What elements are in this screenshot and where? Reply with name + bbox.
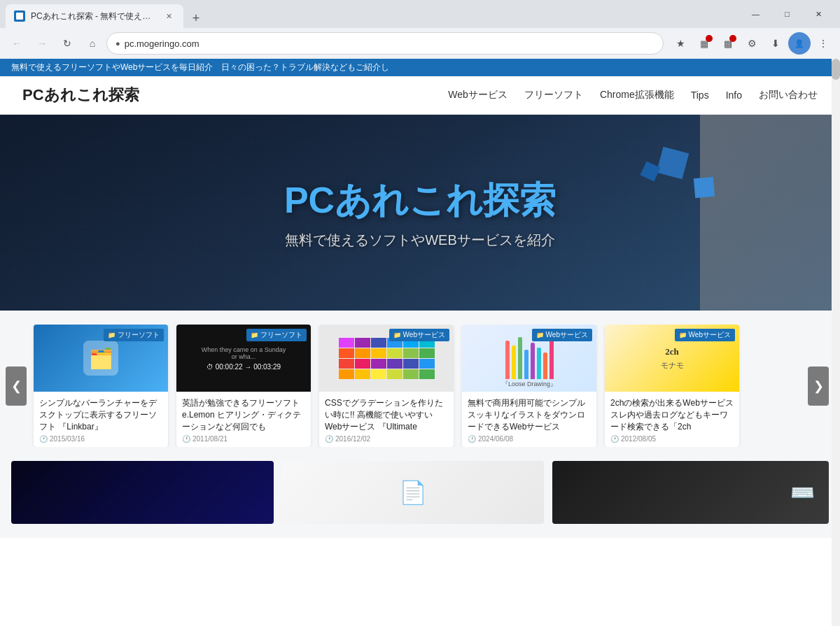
bottom-cards-row: 📄 ⌨️ [0,461,840,538]
extension-icon-2[interactable]: ▩ [717,32,739,55]
card-date-5: 🕐2012/08/05 [610,435,734,443]
card-title-3: CSSでグラデーションを作りたい時に!! 高機能で使いやすいWebサービス 『U… [325,397,448,432]
card-title-2: 英語が勉強できるフリーソフト e.Lemon ヒアリング・ディクテーションなど何… [182,397,305,432]
hero-subtitle: 無料で使えるソフトやWEBサービスを紹介 [284,231,556,250]
cards-container: 🗂️ 📁 フリーソフト シンプルなバーランチャーをデスクトップに表示するフリーソ… [11,325,829,447]
card-date-4: 🕐2024/06/08 [468,435,591,443]
browser-window: PCあれこれ探索 - 無料で使えるフリ... ✕ + — □ ✕ ← → ↻ ⌂… [0,0,840,626]
close-button[interactable]: ✕ [803,3,834,24]
hero-banner: PCあれこれ探索 無料で使えるソフトやWEBサービスを紹介 [0,115,840,311]
card-badge-3: 📁 Webサービス [389,329,449,341]
minimize-button[interactable]: — [740,3,771,24]
card-badge-1: 📁 フリーソフト [104,329,164,341]
profile-button[interactable]: 👤 [788,32,811,55]
tab-close-button[interactable]: ✕ [162,10,175,22]
hero-title: PCあれこれ探索 [284,176,556,225]
extensions-button[interactable]: ⚙ [741,32,763,55]
toolbar-icons: ★ ▦ ▩ ⚙ ⬇ 👤 ⋮ [669,32,834,55]
maximize-button[interactable]: □ [771,3,803,24]
card-badge-5: 📁 Webサービス [675,329,735,341]
card-badge-4: 📁 Webサービス [532,329,592,341]
home-button[interactable]: ⌂ [81,32,104,55]
card-image-2: When they came on a Sunday or wha... ⏱ 0… [176,325,311,392]
cards-section: ❮ ❯ 🗂️ 📁 フリーソフト シンプルなバーランチャーをデスクトップに表示する… [0,311,840,461]
card-date-2: 🕐2011/08/21 [182,435,305,443]
site-logo: PCあれこれ探索 [22,85,448,106]
browser-titlebar: PCあれこれ探索 - 無料で使えるフリ... ✕ + — □ ✕ [0,0,840,28]
card-date-1: 🕐2015/03/16 [39,435,162,443]
card-title-4: 無料で商用利用可能でシンプルスッキリなイラストをダウンロードできるWebサービス [468,397,591,432]
cards-prev-button[interactable]: ❮ [6,367,27,406]
menu-button[interactable]: ⋮ [812,32,834,55]
bottom-card-3[interactable]: ⌨️ [552,461,829,524]
site-nav: Webサービス フリーソフト Chrome拡張機能 Tips Info お問い合… [448,89,818,101]
card-date-3: 🕐2016/12/02 [325,435,448,443]
new-tab-button[interactable]: + [186,8,206,28]
url-display: pc.mogeringo.com [125,38,654,49]
bookmark-button[interactable]: ★ [669,32,692,55]
card-image-4: 『Loose Drawing』 📁 Webサービス [462,325,596,392]
page-content: 無料で使えるフリーソフトやWebサービスを毎日紹介 日々の困った？トラブル解決な… [0,59,840,626]
forward-button[interactable]: → [31,32,53,55]
card-image-5: 2ch モナモ 📁 Webサービス [605,325,739,392]
tab-bar: PCあれこれ探索 - 無料で使えるフリ... ✕ + [6,0,737,28]
card-image-3: 📁 Webサービス [319,325,454,392]
nav-chrome-ext[interactable]: Chrome拡張機能 [600,89,674,101]
top-banner: 無料で使えるフリーソフトやWebサービスを毎日紹介 日々の困った？トラブル解決な… [0,59,840,76]
hero-content: PCあれこれ探索 無料で使えるソフトやWEBサービスを紹介 [284,176,556,250]
active-tab[interactable]: PCあれこれ探索 - 無料で使えるフリ... ✕ [6,4,183,28]
address-bar[interactable]: ● pc.mogeringo.com [106,32,664,55]
card-image-1: 🗂️ 📁 フリーソフト [34,325,168,392]
nav-tips[interactable]: Tips [691,90,709,101]
article-card-1[interactable]: 🗂️ 📁 フリーソフト シンプルなバーランチャーをデスクトップに表示するフリーソ… [34,325,168,447]
bottom-card-2[interactable]: 📄 [282,461,545,524]
article-card-2[interactable]: When they came on a Sunday or wha... ⏱ 0… [176,325,311,447]
tab-title: PCあれこれ探索 - 無料で使えるフリ... [31,10,157,22]
security-icon: ● [115,39,120,48]
article-card-4[interactable]: 『Loose Drawing』 📁 Webサービス 無料で商用利用可能でシンプル… [462,325,596,447]
article-card-3[interactable]: 📁 Webサービス CSSでグラデーションを作りたい時に!! 高機能で使いやすい… [319,325,454,447]
card-badge-2: 📁 フリーソフト [246,329,307,341]
nav-free-soft[interactable]: フリーソフト [524,89,583,101]
bottom-card-1[interactable] [11,461,274,524]
article-card-5[interactable]: 2ch モナモ 📁 Webサービス 2chの検索が出来るWebサービス スレ内や… [605,325,739,447]
nav-contact[interactable]: お問い合わせ [759,89,818,101]
download-button[interactable]: ⬇ [764,32,787,55]
extension-icon-1[interactable]: ▦ [693,32,715,55]
nav-web-services[interactable]: Webサービス [448,89,507,101]
back-button[interactable]: ← [6,32,28,55]
browser-navbar: ← → ↻ ⌂ ● pc.mogeringo.com ★ ▦ ▩ ⚙ ⬇ 👤 ⋮ [0,28,840,59]
cards-next-button[interactable]: ❯ [808,367,829,406]
card-title-5: 2chの検索が出来るWebサービス スレ内や過去ログなどもキーワード検索できる「… [610,397,734,432]
nav-info[interactable]: Info [726,90,742,101]
tab-favicon [14,10,25,22]
reload-button[interactable]: ↻ [56,32,78,55]
card-title-1: シンプルなバーランチャーをデスクトップに表示するフリーソフト 『Linkbar』 [39,397,162,432]
site-header: PCあれこれ探索 Webサービス フリーソフト Chrome拡張機能 Tips … [0,76,840,115]
